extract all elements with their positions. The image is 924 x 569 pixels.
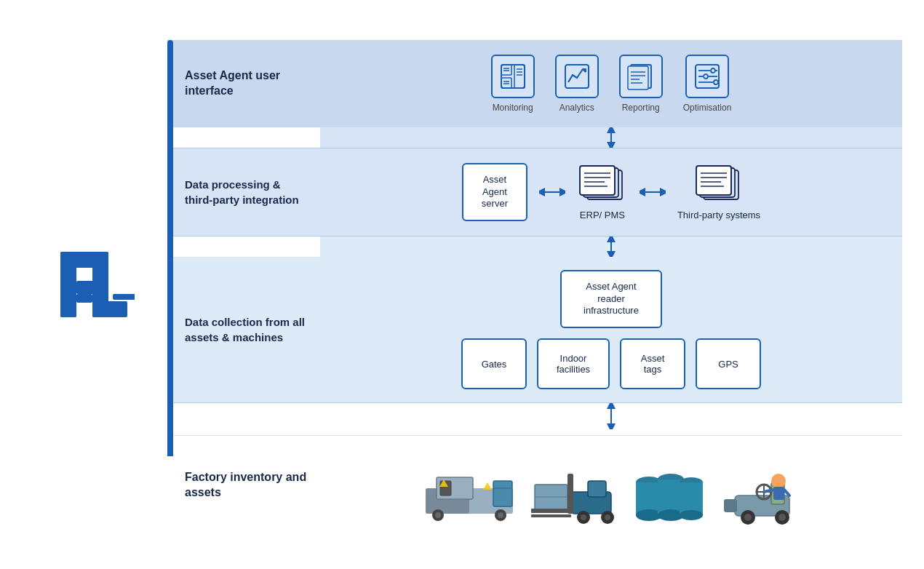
svg-point-96 bbox=[771, 474, 786, 488]
reporting-label: Reporting bbox=[622, 103, 660, 113]
factory-machine-1 bbox=[422, 466, 517, 525]
optimisation-label: Optimisation bbox=[683, 103, 732, 113]
gps-box: GPS bbox=[696, 338, 761, 389]
gps-label: GPS bbox=[718, 359, 738, 370]
svg-point-70 bbox=[498, 512, 503, 518]
svg-rect-20 bbox=[565, 65, 589, 88]
erp-label: ERP/ PMS bbox=[580, 210, 625, 220]
factory-worker-vehicle bbox=[720, 466, 800, 525]
svg-rect-74 bbox=[531, 514, 571, 517]
company-logo bbox=[55, 237, 135, 332]
analytics-label: Analytics bbox=[559, 103, 594, 113]
module-reporting: Reporting bbox=[619, 55, 663, 113]
indoor-facilities-box: Indoor facilities bbox=[537, 338, 610, 389]
reader-label: Asset Agent reader infrastructure bbox=[572, 281, 650, 318]
forklift-icon bbox=[531, 466, 618, 525]
reporting-icon-box bbox=[619, 55, 663, 98]
layer-factory-content bbox=[320, 442, 902, 529]
svg-rect-7 bbox=[76, 294, 92, 303]
svg-point-39 bbox=[714, 80, 718, 84]
connector-ui-processing bbox=[320, 127, 902, 148]
svg-marker-64 bbox=[483, 482, 492, 490]
connector-collection-factory bbox=[320, 403, 902, 429]
connector-processing-collection bbox=[320, 236, 902, 257]
thirdparty-label: Third-party systems bbox=[677, 210, 760, 220]
erp-item: ERP/ PMS bbox=[577, 164, 628, 220]
thirdparty-item: Third-party systems bbox=[677, 164, 760, 220]
svg-rect-73 bbox=[531, 509, 571, 513]
layer-ui-label: Asset Agent user interface bbox=[167, 40, 320, 127]
layer-processing-content: Asset Agent server bbox=[320, 148, 902, 236]
reader-box: Asset Agent reader infrastructure bbox=[560, 270, 662, 328]
factory-vehicles bbox=[332, 459, 891, 529]
layer-factory-label: Factory inventory and assets bbox=[167, 442, 320, 529]
svg-rect-5 bbox=[92, 301, 127, 317]
conveyor-machine-icon bbox=[422, 466, 517, 525]
optimisation-icon bbox=[693, 62, 722, 91]
collection-boxes-row: Gates Indoor facilities Asset tags GPS bbox=[461, 338, 761, 389]
svg-rect-52 bbox=[696, 166, 731, 195]
logo-area bbox=[22, 237, 167, 332]
thirdparty-stacked-icon bbox=[693, 164, 744, 205]
svg-rect-104 bbox=[724, 499, 737, 512]
double-arrow-h-2 bbox=[640, 185, 666, 199]
svg-point-33 bbox=[711, 68, 715, 73]
svg-point-101 bbox=[744, 514, 752, 521]
svg-rect-10 bbox=[501, 65, 511, 75]
optimisation-icon-box bbox=[685, 55, 729, 98]
svg-rect-65 bbox=[493, 481, 512, 506]
diagram: Asset Agent user interface bbox=[167, 40, 902, 529]
monitoring-label: Monitoring bbox=[493, 103, 533, 113]
analytics-icon-box bbox=[555, 55, 599, 98]
monitoring-icon bbox=[498, 62, 527, 91]
monitoring-icon-box bbox=[491, 55, 535, 98]
svg-point-103 bbox=[778, 514, 786, 521]
svg-rect-12 bbox=[514, 65, 525, 88]
reporting-icon bbox=[626, 62, 656, 91]
double-arrow-h-1 bbox=[539, 185, 565, 199]
layer-factory: Factory inventory and assets bbox=[167, 435, 902, 529]
svg-rect-3 bbox=[60, 252, 108, 268]
svg-line-99 bbox=[784, 490, 789, 496]
tanks-icon bbox=[633, 466, 706, 525]
svg-point-81 bbox=[605, 514, 610, 520]
layer-processing: Data processing & third-party integratio… bbox=[167, 148, 902, 236]
arrow-erp-thirdparty bbox=[640, 185, 666, 199]
svg-rect-97 bbox=[773, 487, 784, 500]
svg-rect-6 bbox=[60, 301, 76, 317]
module-monitoring: Monitoring bbox=[491, 55, 535, 113]
layer-collection-label: Data collection from all assets & machin… bbox=[167, 257, 320, 402]
layer-collection: Data collection from all assets & machin… bbox=[167, 257, 902, 403]
server-label: Asset Agent server bbox=[474, 174, 516, 211]
ui-modules-row: Monitoring Analytics bbox=[491, 55, 732, 113]
svg-rect-76 bbox=[588, 481, 606, 497]
module-analytics: Analytics bbox=[555, 55, 599, 113]
svg-rect-44 bbox=[580, 166, 615, 195]
svg-rect-11 bbox=[501, 78, 511, 88]
factory-tanks bbox=[633, 466, 706, 525]
layer-ui: Asset Agent user interface bbox=[167, 40, 902, 127]
server-box: Asset Agent server bbox=[462, 163, 527, 221]
layer-processing-label: Data processing & third-party integratio… bbox=[167, 148, 320, 236]
asset-tags-box: Asset tags bbox=[620, 338, 685, 389]
svg-rect-77 bbox=[567, 474, 573, 514]
svg-point-90 bbox=[680, 510, 703, 520]
analytics-icon bbox=[562, 62, 592, 91]
erp-icon bbox=[577, 164, 628, 205]
thirdparty-icon bbox=[693, 164, 744, 205]
arrow-server-erp bbox=[539, 185, 565, 199]
double-arrow-v-1 bbox=[602, 127, 620, 148]
gates-box: Gates bbox=[461, 338, 527, 389]
indoor-facilities-label: Indoor facilities bbox=[549, 353, 598, 375]
svg-point-68 bbox=[435, 512, 441, 518]
svg-rect-4 bbox=[76, 281, 108, 294]
diagram-inner: Asset Agent user interface bbox=[167, 40, 902, 529]
layer-collection-content: Asset Agent reader infrastructure Gates … bbox=[320, 257, 902, 402]
blue-border-accent bbox=[167, 40, 173, 456]
layer-ui-content: Monitoring Analytics bbox=[320, 40, 902, 127]
svg-rect-8 bbox=[113, 294, 135, 300]
svg-rect-26 bbox=[628, 66, 648, 89]
factory-forklift bbox=[531, 466, 618, 525]
double-arrow-v-3 bbox=[602, 403, 620, 429]
svg-point-36 bbox=[704, 74, 708, 79]
